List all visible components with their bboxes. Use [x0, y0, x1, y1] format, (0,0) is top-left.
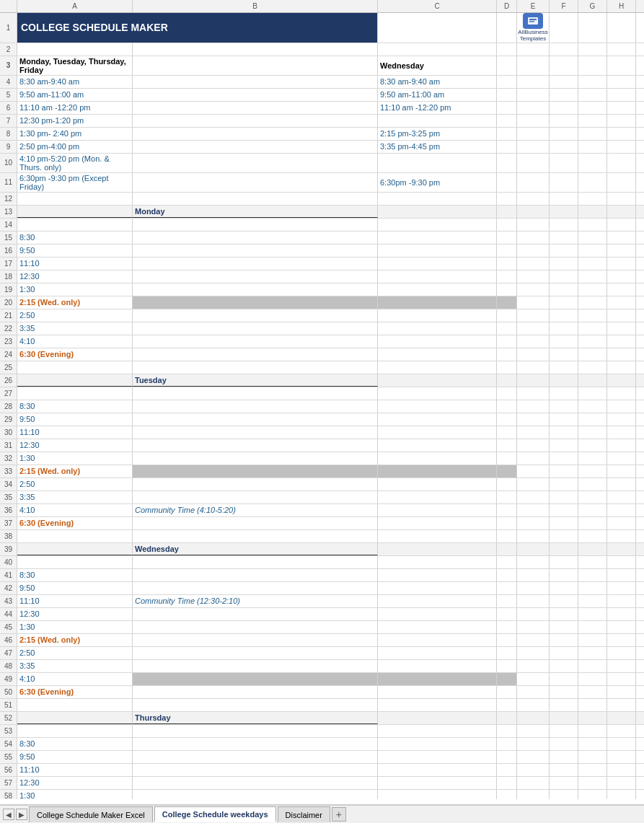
- cell-48b: [133, 660, 378, 672]
- cell-14f: [550, 219, 578, 231]
- cell-13h: [607, 206, 636, 218]
- cell-19d: [497, 283, 517, 296]
- cell-3f: [550, 56, 578, 75]
- cell-41b: [133, 569, 378, 581]
- table-row: 56 11:10: [0, 764, 644, 777]
- row-num: 12: [0, 193, 17, 205]
- cell-55f: [550, 751, 578, 763]
- cell-38g: [578, 530, 607, 542]
- cell-53f: [550, 725, 578, 737]
- cell-19f: [550, 283, 578, 296]
- cell-50d: [497, 686, 517, 698]
- row-num: 39: [0, 543, 17, 555]
- cell-8d: [497, 128, 517, 140]
- row-num: 2: [0, 43, 17, 56]
- cell-38e: [517, 530, 550, 542]
- cell-36b: Community Time (4:10-5:20): [133, 504, 378, 516]
- cell-6g: [578, 102, 607, 114]
- cell-16h: [607, 245, 636, 257]
- cell-8a: 1:30 pm- 2:40 pm: [17, 128, 133, 140]
- cell-6e: [517, 102, 550, 114]
- cell-44e: [517, 608, 550, 620]
- cell-21b: [133, 309, 378, 322]
- row-num: 10: [0, 154, 17, 172]
- cell-25f: [550, 361, 578, 374]
- cell-42a: 9:50: [17, 582, 133, 594]
- row-num: 51: [0, 699, 17, 711]
- cell-34a: 2:50: [17, 478, 133, 490]
- cell-32h: [607, 452, 636, 465]
- cell-11c: 6:30pm -9:30 pm: [378, 173, 497, 192]
- cell-2g: [578, 43, 607, 56]
- tabs-bar: ◀ ▶ College Schedule Maker Excel College…: [0, 804, 644, 823]
- cell-20d: [497, 296, 517, 309]
- cell-4f: [550, 76, 578, 88]
- tab-add-button[interactable]: +: [332, 807, 346, 822]
- row-num: 42: [0, 582, 17, 594]
- cell-52a: [17, 712, 133, 724]
- cell-1g: [578, 13, 607, 43]
- cell-5h: [607, 89, 636, 101]
- cell-20c: [378, 296, 497, 309]
- cell-57a: 12:30: [17, 777, 133, 789]
- scroll-area[interactable]: 1 COLLEGE SCHEDULE MAKER AllBusinessTemp…: [0, 13, 644, 799]
- cell-19c: [378, 283, 497, 296]
- cell-4d: [497, 76, 517, 88]
- cell-24h: [607, 348, 636, 361]
- cell-25g: [578, 361, 607, 374]
- row-num-header: [0, 0, 17, 12]
- cell-21a: 2:50: [17, 309, 133, 322]
- tab-college-schedule-weekdays[interactable]: College Schedule weekdays: [154, 806, 276, 822]
- cell-20b: [133, 296, 378, 309]
- row-num: 56: [0, 764, 17, 776]
- cell-51g: [578, 699, 607, 711]
- cell-41c: [378, 569, 497, 581]
- cell-48d: [497, 660, 517, 672]
- table-row: 37 6:30 (Evening): [0, 517, 644, 530]
- cell-55h: [607, 751, 636, 763]
- tab-nav-right[interactable]: ▶: [16, 809, 27, 820]
- cell-51c: [378, 699, 497, 711]
- table-row: 53: [0, 725, 644, 738]
- cell-20f: [550, 296, 578, 309]
- cell-14a: [17, 219, 133, 231]
- cell-54f: [550, 738, 578, 750]
- table-row: 49 4:10: [0, 673, 644, 686]
- tab-nav-left[interactable]: ◀: [3, 809, 14, 820]
- cell-57g: [578, 777, 607, 789]
- cell-12b: [133, 193, 378, 205]
- row-num: 14: [0, 219, 17, 231]
- cell-24g: [578, 348, 607, 361]
- tab-disclaimer[interactable]: Disclaimer: [278, 806, 330, 822]
- cell-45h: [607, 621, 636, 633]
- cell-14d: [497, 219, 517, 231]
- logo-icon: [523, 13, 543, 29]
- tab-college-schedule-maker[interactable]: College Schedule Maker Excel: [29, 806, 153, 822]
- cell-24f: [550, 348, 578, 361]
- cell-46a: 2:15 (Wed. only): [17, 634, 133, 646]
- cell-35e: [517, 491, 550, 503]
- cell-44g: [578, 608, 607, 620]
- cell-17d: [497, 258, 517, 270]
- cell-26a: [17, 374, 133, 387]
- cell-32a: 1:30: [17, 452, 133, 465]
- cell-7e: [517, 115, 550, 127]
- table-row: 3 Monday, Tuesday, Thursday, Friday Wedn…: [0, 56, 644, 76]
- cell-34b: [133, 478, 378, 490]
- cell-4b: [133, 76, 378, 88]
- cell-54h: [607, 738, 636, 750]
- cell-25h: [607, 361, 636, 374]
- table-row: 20 2:15 (Wed. only): [0, 296, 644, 309]
- cell-12g: [578, 193, 607, 205]
- svg-rect-1: [529, 19, 537, 20]
- cell-10d: [497, 154, 517, 172]
- cell-1d: [497, 13, 517, 43]
- cell-47b: [133, 647, 378, 659]
- cell-14e: [517, 219, 550, 231]
- cell-42d: [497, 582, 517, 594]
- cell-29e: [517, 413, 550, 426]
- cell-23f: [550, 335, 578, 348]
- cell-34h: [607, 478, 636, 490]
- cell-40h: [607, 556, 636, 568]
- cell-28e: [517, 400, 550, 413]
